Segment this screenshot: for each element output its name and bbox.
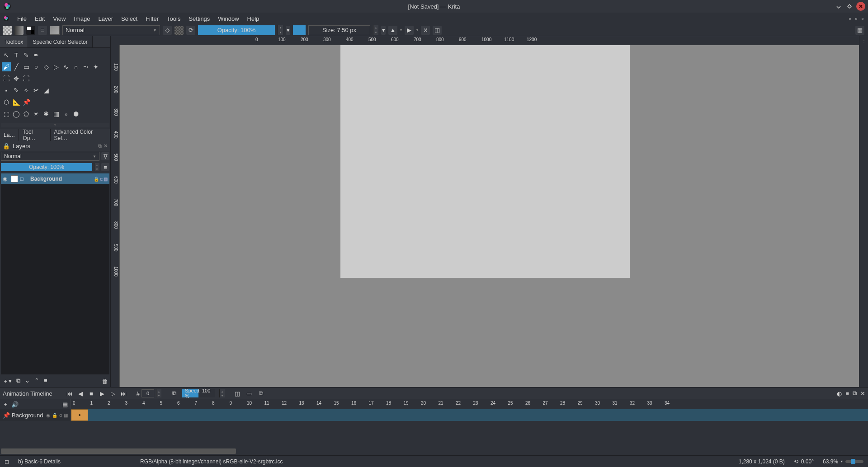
menu-view[interactable]: View <box>49 14 69 23</box>
delete-layer-icon[interactable]: 🗑 <box>102 378 108 385</box>
status-zoom[interactable]: 63.9% <box>823 458 838 465</box>
polygon-tool-icon[interactable]: ◇ <box>42 62 51 71</box>
anim-speed-slider[interactable]: Speed: 100 % <box>182 389 215 397</box>
duplicate-layer-icon[interactable]: ⧉ <box>16 377 20 385</box>
next-frame-icon[interactable]: ▷ <box>109 390 117 397</box>
layer-row[interactable]: ◉ ◱ Background 🔒 α ▦ <box>1 173 109 184</box>
workspace-chooser-icon[interactable]: ◫ <box>433 26 442 35</box>
tab-layers-short[interactable]: La… <box>0 129 19 141</box>
anim-settings-icon[interactable]: ◐ <box>837 390 842 397</box>
fill-tool-icon[interactable]: ▪ <box>2 86 11 95</box>
window-minimize-icon[interactable] <box>835 2 843 10</box>
track-onion-icon[interactable]: ▦ <box>64 413 68 418</box>
menu-window[interactable]: Window <box>214 14 242 23</box>
skip-start-icon[interactable]: ⏮ <box>66 390 73 397</box>
onion-skin-icon-1[interactable]: ◫ <box>234 390 241 397</box>
workspace-icon-3[interactable]: ▫ <box>860 16 865 21</box>
brush-tool-icon[interactable]: 🖌 <box>2 62 11 71</box>
toolbox-collapse-icon[interactable]: ▾ <box>1 123 109 127</box>
zoom-slider[interactable] <box>845 460 863 463</box>
size-dropdown-icon[interactable]: ▾ <box>381 26 386 35</box>
brush-settings-icon[interactable]: ≡ <box>38 26 47 35</box>
mirror-v-icon[interactable]: ▶ <box>405 26 414 35</box>
rect-tool-icon[interactable]: ▭ <box>22 62 31 71</box>
add-track-icon[interactable]: ＋ <box>3 400 9 408</box>
visibility-icon[interactable]: ◉ <box>3 176 9 182</box>
pattern-icon[interactable] <box>3 26 12 35</box>
choose-workspace-icon[interactable]: ▦ <box>855 26 864 35</box>
window-close-icon[interactable] <box>856 2 865 11</box>
wrap-icon[interactable]: ⤨ <box>421 26 430 35</box>
frame-spinner[interactable]: ▲▼ <box>156 389 161 397</box>
pin-track-icon[interactable]: 📌 <box>3 412 10 419</box>
prev-frame-icon[interactable]: ◀ <box>77 390 84 397</box>
measure-tool-icon[interactable]: 📐 <box>12 98 21 107</box>
alpha-lock-icon[interactable] <box>175 26 184 35</box>
menu-settings[interactable]: Settings <box>185 14 213 23</box>
polygon-select-icon[interactable]: ⬠ <box>22 109 31 118</box>
bezier-select-icon[interactable]: ⬨ <box>61 109 71 118</box>
tab-advanced-color[interactable]: Advanced Color Sel… <box>51 129 110 141</box>
track-name[interactable]: Background <box>12 412 44 419</box>
move-up-icon[interactable]: ⌃ <box>34 377 39 385</box>
crop-tool-icon[interactable]: ⛶ <box>22 74 31 83</box>
track-vis-icon[interactable]: ◉ <box>46 413 50 418</box>
layer-inherit-icon[interactable]: ▦ <box>104 177 108 182</box>
calligraphy-icon[interactable]: ✒ <box>32 51 41 60</box>
ellipse-tool-icon[interactable]: ○ <box>32 62 41 71</box>
anim-float-icon[interactable]: ⧉ <box>853 390 857 397</box>
anim-menu-icon[interactable]: ≡ <box>845 390 849 397</box>
similar-select-icon[interactable]: ▦ <box>52 109 61 118</box>
reload-icon[interactable]: ⟳ <box>186 26 195 35</box>
layer-props-icon[interactable]: ≡ <box>44 377 47 385</box>
layer-opacity-slider[interactable]: Opacity: 100% <box>1 163 92 171</box>
move-layer-icon[interactable]: ✥ <box>12 74 21 83</box>
workspace-icon-1[interactable]: ▫ <box>847 16 853 21</box>
onion-skin-icon-2[interactable]: ▭ <box>245 390 253 397</box>
menu-file[interactable]: File <box>14 14 30 23</box>
brush-preset-swatch[interactable] <box>50 26 60 35</box>
transform-tool-icon[interactable]: ⛶ <box>2 74 11 83</box>
audio-icon[interactable]: 🔊 <box>11 401 19 408</box>
window-maximize-icon[interactable] <box>845 2 854 10</box>
skip-end-icon[interactable]: ⏭ <box>120 390 127 397</box>
magnetic-select-icon[interactable]: ⬢ <box>71 109 80 118</box>
timeline-scrollbar[interactable] <box>0 447 868 455</box>
opacity-dropdown-icon[interactable]: ▾ <box>286 26 290 35</box>
tab-toolbox[interactable]: Toolbox <box>0 36 28 47</box>
line-tool-icon[interactable]: ╱ <box>12 62 21 71</box>
float-panel-icon[interactable]: ⧉ <box>98 143 102 149</box>
track-alpha-icon[interactable]: α <box>59 413 62 418</box>
stop-icon[interactable]: ■ <box>88 390 95 397</box>
contiguous-select-icon[interactable]: ✱ <box>42 109 51 118</box>
size-spinner[interactable]: ▲▼ <box>373 25 378 35</box>
speed-spinner[interactable]: ▲▼ <box>219 389 225 397</box>
freehand-select-icon[interactable]: ✴ <box>32 109 41 118</box>
onion-skin-icon-3[interactable]: ⧉ <box>257 390 264 397</box>
move-tool-icon[interactable]: ↖ <box>2 51 11 60</box>
multibrush-icon[interactable]: ✦ <box>91 62 100 71</box>
add-layer-icon[interactable]: ＋▾ <box>3 377 12 385</box>
brush-size-input[interactable]: Size: 7.50 px <box>308 25 370 35</box>
text-tool-icon[interactable]: T <box>12 51 21 60</box>
keyframe-0[interactable] <box>71 409 88 421</box>
layer-blend-select[interactable]: Normal ▼ <box>1 152 99 161</box>
timeline-track-area[interactable]: 0123456789101112131415161718192021222324… <box>71 399 868 421</box>
menu-select[interactable]: Select <box>118 14 141 23</box>
opacity-slider[interactable]: Opacity: 100% <box>198 25 275 35</box>
anim-close-icon[interactable]: ✕ <box>860 390 865 397</box>
gradient-icon[interactable] <box>14 26 24 35</box>
close-panel-icon[interactable]: ✕ <box>104 143 108 149</box>
fg-bg-swap-icon[interactable] <box>26 26 35 35</box>
viewport[interactable] <box>120 45 850 387</box>
menu-layer[interactable]: Layer <box>94 14 117 23</box>
gradient-tool-icon[interactable]: ✂ <box>32 86 41 95</box>
layer-name[interactable]: Background <box>26 176 92 182</box>
freehand-path-icon[interactable]: ∩ <box>71 62 80 71</box>
track-lock-icon[interactable]: 🔒 <box>52 413 57 418</box>
tab-tool-options[interactable]: Tool Op… <box>19 129 50 141</box>
menu-filter[interactable]: Filter <box>142 14 162 23</box>
opacity-spinner[interactable]: ▲▼ <box>278 25 283 35</box>
workspace-icon-2[interactable]: ▫ <box>854 16 859 21</box>
layer-alpha-icon[interactable]: α <box>100 177 103 182</box>
